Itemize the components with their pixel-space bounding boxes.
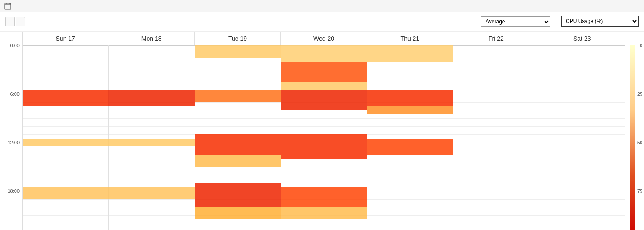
rollup-select[interactable]: Average Sum Max Min [481,16,550,27]
h-line-10 [23,126,625,127]
heat-block-26 [367,139,453,155]
heat-block-6 [108,187,194,199]
counter-group: CPU Usage (%) Memory Usage (%) Disk I/O [561,16,639,28]
heat-block-10 [195,134,281,155]
prev-button[interactable] [5,17,15,26]
counter-select[interactable]: CPU Usage (%) Memory Usage (%) Disk I/O [561,16,639,27]
heat-block-24 [367,90,453,106]
time-label-1: 6:00 [10,91,20,97]
heat-block-5 [108,139,194,147]
heat-block-21 [281,207,367,219]
h-line-17 [23,183,625,183]
heat-block-2 [23,187,108,199]
legend-gradient [630,45,635,230]
v-line-4 [367,45,367,230]
day-header-1: Mon 18 [108,32,194,45]
grid-area: Sun 17Mon 18Tue 19Wed 20Thu 21Fri 22Sat … [23,32,625,230]
title-bar [0,0,644,12]
day-header-5: Fri 22 [453,32,539,45]
v-line-1 [108,45,109,230]
day-header-0: Sun 17 [23,32,108,45]
heat-block-15 [281,45,367,62]
heat-block-16 [281,62,367,82]
time-axis: 0:006:0012:0018:0024:00 [0,32,23,230]
v-line-6 [539,45,539,230]
heat-block-13 [195,207,281,219]
next-button[interactable] [16,17,25,26]
legend-tick-1: 25 [637,92,642,97]
heat-block-20 [281,187,367,207]
heat-block-18 [281,90,367,110]
calendar-icon [4,3,11,10]
heat-block-0 [23,90,108,106]
day-headers: Sun 17Mon 18Tue 19Wed 20Thu 21Fri 22Sat … [23,32,625,45]
time-label-2: 12:00 [7,140,20,145]
toolbar: Average Sum Max Min CPU Usage (%) Memory… [0,12,644,32]
h-line-16 [23,175,625,175]
legend-tick-3: 75 [637,189,642,194]
svg-rect-0 [5,3,11,9]
chart-container: 0:006:0012:0018:0024:00 Sun 17Mon 18Tue … [0,32,644,230]
h-line-14 [23,159,625,159]
heat-block-8 [195,45,281,58]
day-header-2: Tue 19 [195,32,281,45]
legend-tick-0: 0 [640,43,642,48]
heat-block-9 [195,90,281,102]
heat-block-1 [23,139,108,147]
heat-block-12 [195,183,281,207]
heat-block-23 [367,45,453,62]
heat-block-19 [281,134,367,159]
h-line-9 [23,118,625,119]
h-line-15 [23,167,625,167]
heat-block-4 [108,90,194,106]
h-line-22 [23,224,625,224]
v-line-5 [453,45,453,230]
day-header-6: Sat 23 [539,32,625,45]
legend: 0255075100 [625,32,644,230]
heat-block-11 [195,155,281,167]
heatmap-body [23,45,625,230]
time-label-3: 18:00 [7,188,20,194]
nav-buttons [5,17,25,26]
heat-block-25 [367,106,453,114]
legend-tick-2: 50 [637,140,642,145]
toolbar-right: Average Sum Max Min CPU Usage (%) Memory… [481,16,639,28]
day-header-3: Wed 20 [281,32,367,45]
rollup-group: Average Sum Max Min [481,16,550,28]
heat-block-17 [281,82,367,90]
time-label-0: 0:00 [10,43,20,48]
h-line-8 [23,110,625,110]
day-header-4: Thu 21 [367,32,453,45]
